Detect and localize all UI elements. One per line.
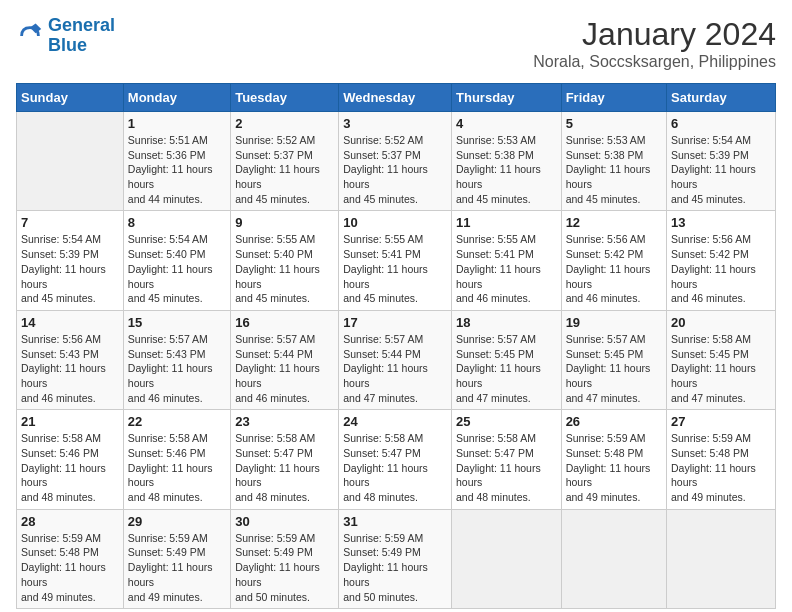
day-info: Sunrise: 5:55 AMSunset: 5:40 PMDaylight:… [235,232,334,305]
day-info: Sunrise: 5:54 AMSunset: 5:39 PMDaylight:… [21,232,119,305]
calendar-cell: 10Sunrise: 5:55 AMSunset: 5:41 PMDayligh… [339,211,452,310]
header-tuesday: Tuesday [231,84,339,112]
calendar-cell [17,112,124,211]
day-number: 14 [21,315,119,330]
header-friday: Friday [561,84,666,112]
calendar-cell: 3Sunrise: 5:52 AMSunset: 5:37 PMDaylight… [339,112,452,211]
calendar-cell: 16Sunrise: 5:57 AMSunset: 5:44 PMDayligh… [231,310,339,409]
day-info: Sunrise: 5:56 AMSunset: 5:42 PMDaylight:… [671,232,771,305]
day-info: Sunrise: 5:51 AMSunset: 5:36 PMDaylight:… [128,133,226,206]
day-info: Sunrise: 5:54 AMSunset: 5:40 PMDaylight:… [128,232,226,305]
logo-line1: General [48,15,115,35]
day-number: 2 [235,116,334,131]
week-row-4: 21Sunrise: 5:58 AMSunset: 5:46 PMDayligh… [17,410,776,509]
calendar-header-row: SundayMondayTuesdayWednesdayThursdayFrid… [17,84,776,112]
calendar-cell: 1Sunrise: 5:51 AMSunset: 5:36 PMDaylight… [123,112,230,211]
header-sunday: Sunday [17,84,124,112]
calendar-cell: 31Sunrise: 5:59 AMSunset: 5:49 PMDayligh… [339,509,452,608]
day-number: 1 [128,116,226,131]
day-number: 4 [456,116,557,131]
day-info: Sunrise: 5:59 AMSunset: 5:49 PMDaylight:… [235,531,334,604]
title-section: January 2024 Norala, Soccsksargen, Phili… [533,16,776,71]
calendar-cell: 28Sunrise: 5:59 AMSunset: 5:48 PMDayligh… [17,509,124,608]
day-info: Sunrise: 5:59 AMSunset: 5:48 PMDaylight:… [671,431,771,504]
week-row-2: 7Sunrise: 5:54 AMSunset: 5:39 PMDaylight… [17,211,776,310]
calendar-cell: 7Sunrise: 5:54 AMSunset: 5:39 PMDaylight… [17,211,124,310]
calendar-cell: 29Sunrise: 5:59 AMSunset: 5:49 PMDayligh… [123,509,230,608]
day-number: 30 [235,514,334,529]
day-number: 26 [566,414,662,429]
day-number: 6 [671,116,771,131]
day-number: 12 [566,215,662,230]
calendar-table: SundayMondayTuesdayWednesdayThursdayFrid… [16,83,776,609]
day-number: 3 [343,116,447,131]
day-number: 15 [128,315,226,330]
day-info: Sunrise: 5:55 AMSunset: 5:41 PMDaylight:… [456,232,557,305]
logo: General Blue [16,16,115,56]
calendar-cell: 6Sunrise: 5:54 AMSunset: 5:39 PMDaylight… [667,112,776,211]
day-number: 24 [343,414,447,429]
header-saturday: Saturday [667,84,776,112]
logo-line2: Blue [48,35,87,55]
day-info: Sunrise: 5:59 AMSunset: 5:48 PMDaylight:… [566,431,662,504]
day-number: 8 [128,215,226,230]
day-info: Sunrise: 5:55 AMSunset: 5:41 PMDaylight:… [343,232,447,305]
day-number: 5 [566,116,662,131]
day-number: 19 [566,315,662,330]
day-info: Sunrise: 5:59 AMSunset: 5:48 PMDaylight:… [21,531,119,604]
day-number: 11 [456,215,557,230]
day-number: 31 [343,514,447,529]
day-info: Sunrise: 5:54 AMSunset: 5:39 PMDaylight:… [671,133,771,206]
day-number: 23 [235,414,334,429]
day-number: 22 [128,414,226,429]
calendar-subtitle: Norala, Soccsksargen, Philippines [533,53,776,71]
calendar-cell: 24Sunrise: 5:58 AMSunset: 5:47 PMDayligh… [339,410,452,509]
calendar-cell: 18Sunrise: 5:57 AMSunset: 5:45 PMDayligh… [452,310,562,409]
day-number: 13 [671,215,771,230]
calendar-cell: 14Sunrise: 5:56 AMSunset: 5:43 PMDayligh… [17,310,124,409]
day-info: Sunrise: 5:59 AMSunset: 5:49 PMDaylight:… [128,531,226,604]
calendar-cell [561,509,666,608]
calendar-cell: 17Sunrise: 5:57 AMSunset: 5:44 PMDayligh… [339,310,452,409]
week-row-1: 1Sunrise: 5:51 AMSunset: 5:36 PMDaylight… [17,112,776,211]
calendar-cell: 13Sunrise: 5:56 AMSunset: 5:42 PMDayligh… [667,211,776,310]
day-info: Sunrise: 5:58 AMSunset: 5:46 PMDaylight:… [128,431,226,504]
day-number: 27 [671,414,771,429]
calendar-cell: 11Sunrise: 5:55 AMSunset: 5:41 PMDayligh… [452,211,562,310]
calendar-cell: 8Sunrise: 5:54 AMSunset: 5:40 PMDaylight… [123,211,230,310]
day-info: Sunrise: 5:57 AMSunset: 5:45 PMDaylight:… [566,332,662,405]
calendar-cell: 22Sunrise: 5:58 AMSunset: 5:46 PMDayligh… [123,410,230,509]
day-number: 10 [343,215,447,230]
day-info: Sunrise: 5:58 AMSunset: 5:47 PMDaylight:… [456,431,557,504]
logo-text: General Blue [48,16,115,56]
calendar-cell: 15Sunrise: 5:57 AMSunset: 5:43 PMDayligh… [123,310,230,409]
calendar-cell: 9Sunrise: 5:55 AMSunset: 5:40 PMDaylight… [231,211,339,310]
calendar-cell: 5Sunrise: 5:53 AMSunset: 5:38 PMDaylight… [561,112,666,211]
day-number: 25 [456,414,557,429]
week-row-3: 14Sunrise: 5:56 AMSunset: 5:43 PMDayligh… [17,310,776,409]
day-info: Sunrise: 5:59 AMSunset: 5:49 PMDaylight:… [343,531,447,604]
day-info: Sunrise: 5:58 AMSunset: 5:46 PMDaylight:… [21,431,119,504]
calendar-cell [452,509,562,608]
calendar-cell: 19Sunrise: 5:57 AMSunset: 5:45 PMDayligh… [561,310,666,409]
calendar-cell: 23Sunrise: 5:58 AMSunset: 5:47 PMDayligh… [231,410,339,509]
day-info: Sunrise: 5:52 AMSunset: 5:37 PMDaylight:… [343,133,447,206]
calendar-cell: 20Sunrise: 5:58 AMSunset: 5:45 PMDayligh… [667,310,776,409]
calendar-cell: 26Sunrise: 5:59 AMSunset: 5:48 PMDayligh… [561,410,666,509]
calendar-cell: 2Sunrise: 5:52 AMSunset: 5:37 PMDaylight… [231,112,339,211]
header-wednesday: Wednesday [339,84,452,112]
day-number: 7 [21,215,119,230]
calendar-title: January 2024 [533,16,776,53]
calendar-cell: 25Sunrise: 5:58 AMSunset: 5:47 PMDayligh… [452,410,562,509]
logo-icon [16,22,44,50]
day-info: Sunrise: 5:57 AMSunset: 5:44 PMDaylight:… [343,332,447,405]
page-header: General Blue January 2024 Norala, Soccsk… [16,16,776,71]
calendar-cell: 21Sunrise: 5:58 AMSunset: 5:46 PMDayligh… [17,410,124,509]
week-row-5: 28Sunrise: 5:59 AMSunset: 5:48 PMDayligh… [17,509,776,608]
day-info: Sunrise: 5:52 AMSunset: 5:37 PMDaylight:… [235,133,334,206]
header-monday: Monday [123,84,230,112]
day-info: Sunrise: 5:56 AMSunset: 5:42 PMDaylight:… [566,232,662,305]
day-info: Sunrise: 5:58 AMSunset: 5:47 PMDaylight:… [235,431,334,504]
day-info: Sunrise: 5:57 AMSunset: 5:43 PMDaylight:… [128,332,226,405]
day-number: 20 [671,315,771,330]
